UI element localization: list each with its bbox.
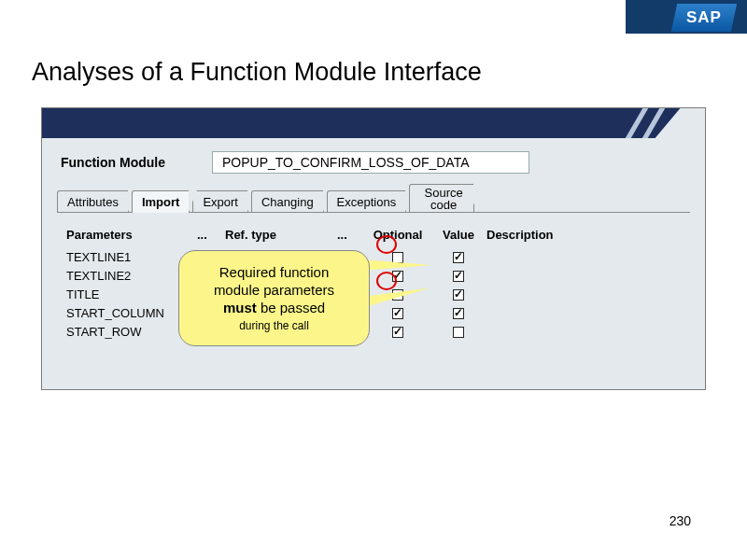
function-module-value[interactable]: POPUP_TO_CONFIRM_LOSS_OF_DATA [212,151,529,174]
optional-checkbox[interactable] [392,327,403,338]
value-checkbox[interactable] [453,289,464,301]
param-name: START_COLUMN [66,306,197,320]
param-name: TEXTLINE2 [66,269,197,283]
col-dots1: ... [197,228,225,242]
sap-logo: SAP [671,4,737,32]
page-number: 230 [669,513,691,528]
tab-source-code[interactable]: Source code [409,184,474,213]
callout-text: be passed [257,300,325,315]
param-name: START_ROW [66,325,197,339]
function-module-row: Function Module POPUP_TO_CONFIRM_LOSS_OF… [42,138,705,183]
param-name: TITLE [66,287,197,301]
top-bar: SAP [0,0,747,34]
col-optional: Optional [365,228,430,242]
col-parameters: Parameters [66,228,197,242]
tab-exceptions[interactable]: Exceptions [327,190,407,213]
value-checkbox[interactable] [453,308,464,319]
callout-text-bold: must [223,300,257,315]
sap-panel: Function Module POPUP_TO_CONFIRM_LOSS_OF… [41,107,706,390]
col-ref-type: Ref. type [225,228,337,242]
tab-strip: Attributes Import Export Changing Except… [42,183,705,212]
col-value: Value [430,228,486,242]
callout-bubble: Required function module parameters must… [178,250,370,346]
tab-import[interactable]: Import [132,190,190,213]
col-description: Description [486,228,681,242]
optional-checkbox[interactable] [392,308,403,319]
optional-checkbox[interactable] [392,271,403,282]
tab-changing[interactable]: Changing [251,190,324,213]
table-row: START_ROW [66,322,681,341]
value-checkbox[interactable] [453,271,464,282]
panel-title-bar [42,108,705,138]
col-dots2: ... [337,228,365,242]
param-name: TEXTLINE1 [66,250,197,264]
page-title: Analyses of a Function Module Interface [32,58,747,87]
table-row: START_COLUMN [66,303,681,322]
sap-logo-text: SAP [686,8,722,27]
function-module-label: Function Module [61,155,165,170]
callout-text: during the call [239,319,309,332]
value-checkbox[interactable] [453,252,464,263]
column-headers: Parameters ... Ref. type ... Optional Va… [66,228,681,242]
callout-pointer-icon [361,259,431,271]
value-checkbox[interactable] [453,327,464,338]
callout-text: Required function [219,264,330,280]
tab-attributes[interactable]: Attributes [57,190,129,213]
tab-body: Parameters ... Ref. type ... Optional Va… [57,212,690,350]
tab-export[interactable]: Export [192,190,248,213]
callout-text: module parameters [214,282,334,298]
